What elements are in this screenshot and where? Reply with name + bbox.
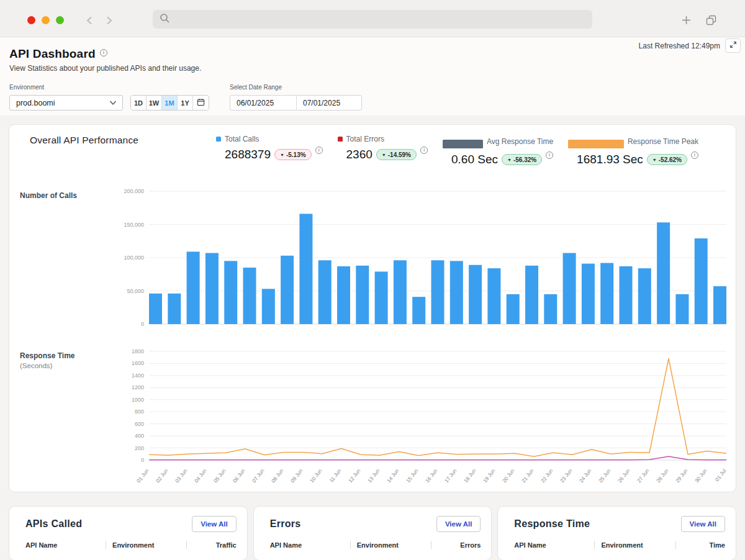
change-badge: ▼-52.62% [647, 154, 687, 165]
new-tab-icon[interactable] [682, 16, 691, 27]
chevron-down-icon [109, 99, 117, 107]
info-icon[interactable]: i [546, 151, 553, 159]
performance-title: Overall API Performance [30, 135, 216, 166]
response-peak-legend-marker [568, 140, 624, 148]
svg-text:08 Jun: 08 Jun [270, 467, 285, 484]
summary-tables: APIs Called View All API Name Environmen… [9, 506, 736, 560]
svg-text:1800: 1800 [132, 349, 144, 355]
caret-down-icon: ▼ [507, 158, 512, 162]
date-range-filter: Select Date Range [230, 84, 362, 111]
column-traffic: Traffic [193, 541, 236, 549]
svg-text:20 Jun: 20 Jun [501, 467, 516, 484]
svg-text:23 Jun: 23 Jun [559, 467, 574, 484]
column-environment: Environment [601, 541, 669, 549]
back-icon[interactable] [85, 16, 94, 28]
browser-nav [85, 16, 114, 28]
svg-text:17 Jun: 17 Jun [443, 467, 458, 484]
svg-text:0: 0 [141, 457, 144, 463]
panel-title: Response Time [514, 518, 590, 530]
svg-text:27 Jun: 27 Jun [636, 467, 651, 484]
end-date-input[interactable] [296, 96, 362, 110]
dashboard-body: Overall API Performance Total Calls 2688… [0, 115, 745, 560]
app-header: Last Refreshed 12:49pm API Dashboard i V… [0, 37, 745, 73]
svg-text:21 Jun: 21 Jun [520, 467, 535, 484]
svg-text:600: 600 [135, 421, 144, 427]
calendar-button[interactable] [193, 96, 209, 110]
change-badge: ▼-5.13% [274, 149, 312, 160]
minimize-window-button[interactable] [42, 16, 50, 24]
expand-icon [729, 41, 737, 50]
svg-text:10 Jun: 10 Jun [309, 467, 323, 484]
range-1y-button[interactable]: 1Y [178, 96, 193, 110]
view-all-button[interactable]: View All [192, 516, 236, 532]
view-all-button[interactable]: View All [681, 516, 725, 532]
environment-select[interactable]: prod.boomi [9, 95, 123, 111]
expand-button[interactable] [725, 38, 741, 53]
close-window-button[interactable] [27, 16, 35, 24]
table-header-row: API Name Environment Time [498, 541, 736, 549]
page-title: API Dashboard [9, 47, 96, 61]
svg-text:0: 0 [141, 321, 144, 327]
filters-bar: Environment prod.boomi 1D 1W 1M 1Y Selec… [9, 84, 745, 111]
info-icon[interactable]: i [420, 147, 428, 154]
svg-text:50,000: 50,000 [127, 288, 144, 294]
tab-overview-icon[interactable] [706, 15, 716, 28]
svg-text:200,000: 200,000 [124, 189, 144, 194]
svg-text:1000: 1000 [132, 397, 144, 403]
calendar-icon [197, 98, 205, 107]
svg-text:11 Jun: 11 Jun [328, 467, 342, 484]
api-dashboard-app: Last Refreshed 12:49pm API Dashboard i V… [0, 37, 745, 560]
svg-text:16 Jun: 16 Jun [424, 467, 439, 484]
range-1d-button[interactable]: 1D [131, 96, 147, 110]
svg-text:1400: 1400 [132, 373, 144, 379]
address-bar[interactable] [153, 10, 592, 29]
range-1w-button[interactable]: 1W [147, 96, 162, 110]
response-axis-unit: (Seconds) [20, 362, 124, 369]
svg-text:19 Jun: 19 Jun [482, 467, 497, 484]
caret-down-icon: ▼ [652, 158, 657, 162]
calls-bar-chart: 050,000100,000150,000200,000 [124, 189, 736, 329]
address-input[interactable] [170, 10, 592, 29]
svg-text:100,000: 100,000 [124, 255, 144, 261]
environment-value: prod.boomi [16, 99, 55, 107]
caret-down-icon: ▼ [382, 153, 386, 157]
panel-title: Errors [270, 518, 301, 530]
avg-response-legend-marker [443, 140, 483, 148]
response-line-chart: 02004006008001000120014001600180001 Jun0… [124, 349, 736, 494]
change-value: -14.59% [388, 151, 411, 158]
column-errors: Errors [438, 541, 481, 549]
svg-text:25 Jun: 25 Jun [597, 467, 612, 484]
info-icon[interactable]: i [100, 49, 107, 56]
zoom-window-button[interactable] [56, 16, 64, 24]
overall-performance-panel: Overall API Performance Total Calls 2688… [9, 124, 736, 492]
change-value: -52.62% [659, 156, 682, 163]
response-time-panel: Response Time View All API Name Environm… [497, 506, 736, 560]
response-axis-label: Response Time(Seconds) [9, 349, 124, 494]
svg-text:09 Jun: 09 Jun [289, 467, 304, 484]
svg-text:150,000: 150,000 [124, 222, 144, 228]
info-icon[interactable]: i [691, 151, 698, 159]
svg-text:1600: 1600 [132, 360, 144, 366]
metric-response-time-peak: Response Time Peak 1681.93 Sec ▼-52.62% … [568, 135, 698, 166]
info-icon[interactable]: i [315, 147, 323, 154]
svg-text:01 Jul: 01 Jul [714, 467, 728, 482]
column-api-name: API Name [25, 541, 99, 549]
column-api-name: API Name [270, 541, 344, 549]
environment-label: Environment [9, 84, 123, 91]
panel-title: APIs Called [25, 518, 82, 530]
svg-text:06 Jun: 06 Jun [232, 467, 246, 484]
total-calls-legend-marker [216, 137, 221, 142]
metric-total-errors: Total Errors 2360 ▼-14.59% i [338, 135, 428, 166]
column-divider [431, 541, 431, 549]
calls-axis-label: Number of Calls [9, 189, 124, 329]
view-all-button[interactable]: View All [436, 516, 481, 532]
svg-text:200: 200 [135, 445, 144, 451]
forward-icon[interactable] [104, 16, 114, 28]
svg-text:800: 800 [135, 409, 144, 415]
change-badge: ▼-56.32% [502, 154, 542, 165]
start-date-input[interactable] [230, 96, 296, 110]
search-icon [160, 13, 170, 26]
column-divider [186, 541, 187, 549]
range-1m-button[interactable]: 1M [162, 96, 178, 110]
column-time: Time [682, 541, 725, 549]
